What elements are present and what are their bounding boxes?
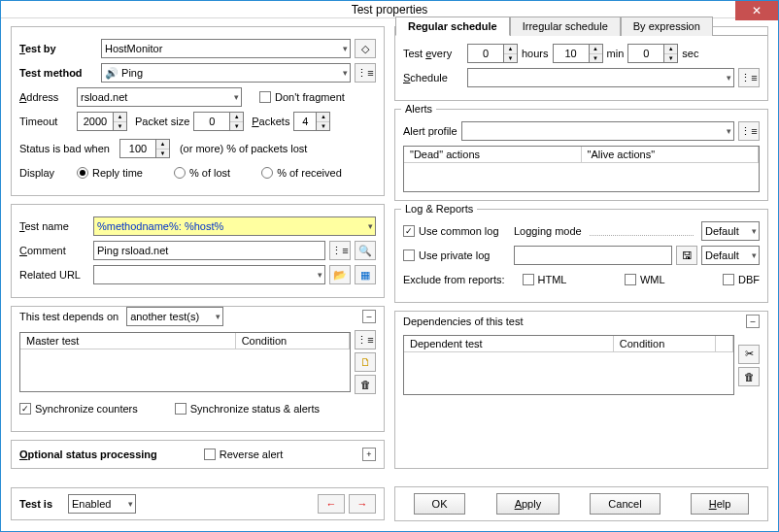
next-arrow-icon[interactable]: → [349,494,376,514]
tab-irregular[interactable]: Irregular schedule [510,17,621,36]
min-spin[interactable]: ▲▼ [553,44,603,63]
expand-optional-icon[interactable]: + [362,448,376,461]
comment-input[interactable]: Ping rsload.net [93,241,325,260]
delete-dep-icon[interactable]: 🗑 [355,375,376,394]
tab-byexpr[interactable]: By expression [621,17,713,36]
packets-spin[interactable]: ▲▼ [293,112,330,131]
collapse-rdeps-icon[interactable]: – [746,315,760,328]
alerts-group-label: Alerts [401,103,436,115]
display-pctrecv-radio[interactable]: % of received [261,167,342,179]
exclude-html-checkbox[interactable]: HTML [523,274,567,285]
calendar-icon[interactable]: ▦ [355,265,376,284]
deps-group-label: Dependencies of this test [403,316,524,327]
testmethod-label: Test method [19,67,97,79]
statusbad-suffix: (or more) % of packets lost [180,143,307,154]
optional-label: Optional status processing [19,449,157,460]
timeout-spin[interactable]: ▲▼ [77,112,127,131]
ok-button[interactable]: OK [414,493,466,515]
dependent-list[interactable]: Dependent testCondition [403,335,734,395]
privatelog-browse-icon[interactable]: 🖫 [676,246,697,265]
privatelog-mode-combo[interactable]: Default [701,246,760,265]
delete-rdep-icon[interactable]: 🗑 [738,367,760,386]
relatedurl-label: Related URL [19,269,89,281]
exclude-dbf-checkbox[interactable]: DBF [723,274,760,285]
dont-fragment-checkbox[interactable]: Don't fragment [259,91,345,103]
testname-combo[interactable]: %methodname%: %host% [93,216,376,236]
commonlog-mode-combo[interactable]: Default [701,221,760,241]
prev-arrow-icon[interactable]: ← [318,494,345,514]
speaker-icon: 🔊 [105,67,119,80]
timeout-label: Timeout [19,116,73,127]
privatelog-checkbox[interactable]: Use private log [403,249,510,261]
zoom-icon[interactable]: 🔍 [355,241,376,260]
statusbad-label: Status is bad when [19,143,110,154]
testby-combo[interactable]: HostMonitor [101,39,351,58]
commonlog-checkbox[interactable]: ✓Use common log [403,225,510,237]
display-replytime-radio[interactable]: Reply time [77,167,143,179]
dependson-label: This test depends on [19,311,119,322]
collapse-deps-icon[interactable]: – [362,310,376,323]
folder-icon[interactable]: 📂 [329,265,351,284]
display-pctlost-radio[interactable]: % of lost [174,167,230,179]
alertprofile-options-icon[interactable]: ⋮≡ [738,121,760,141]
packetsize-label: Packet size [135,116,189,127]
exclude-label: Exclude from reports: [403,274,505,285]
comment-label: Comment [19,245,89,256]
testmethod-combo[interactable]: 🔊 Ping [101,63,351,83]
packetsize-spin[interactable]: ▲▼ [193,112,244,131]
eraser-icon[interactable]: ◇ [355,39,376,58]
schedule-options-icon[interactable]: ⋮≡ [738,68,760,87]
sync-counters-checkbox[interactable]: ✓Synchronize counters [19,403,138,415]
help-button[interactable]: Help [691,493,750,515]
break-dep-icon[interactable]: ✂ [738,345,760,364]
alertprofile-combo[interactable] [461,121,734,141]
apply-button[interactable]: Apply [496,493,560,515]
alertprofile-label: Alert profile [403,125,457,137]
dependson-combo[interactable]: another test(s) [126,307,223,326]
testmethod-options-icon[interactable]: ⋮≡ [355,63,376,83]
testevery-label: Test every [403,48,463,59]
mastertest-list[interactable]: Master testCondition [19,332,351,392]
packets-label: Packets [252,116,289,127]
relatedurl-combo[interactable] [93,265,325,284]
actions-list[interactable]: "Dead" actions"Alive actions" [403,146,760,192]
hours-spin[interactable]: ▲▼ [467,44,518,63]
comment-options-icon[interactable]: ⋮≡ [329,241,351,260]
privatelog-path[interactable] [514,246,672,265]
schedule-label: Schedule [403,72,463,83]
reverse-alert-checkbox[interactable]: Reverse alert [204,449,283,460]
tab-regular[interactable]: Regular schedule [395,17,510,36]
testby-label: Test by [19,43,97,54]
sync-status-checkbox[interactable]: Synchronize status & alerts [175,403,320,415]
schedule-combo[interactable] [467,68,734,87]
address-label: Address [19,91,73,103]
window-title: Test properties [352,3,428,17]
statusbad-spin[interactable]: ▲▼ [119,139,170,158]
exclude-wml-checkbox[interactable]: WML [625,274,665,285]
testname-label: Test name [19,220,89,232]
new-dep-icon[interactable]: 🗋 [355,352,376,372]
display-label: Display [19,167,73,179]
cancel-button[interactable]: Cancel [590,493,660,515]
log-group-label: Log & Reports [401,203,477,215]
address-combo[interactable]: rsload.net [77,87,242,107]
sec-spin[interactable]: ▲▼ [627,44,678,63]
testis-label: Test is [19,498,52,510]
testis-combo[interactable]: Enabled [68,494,136,514]
edit-dep-icon[interactable]: ⋮≡ [355,330,376,349]
